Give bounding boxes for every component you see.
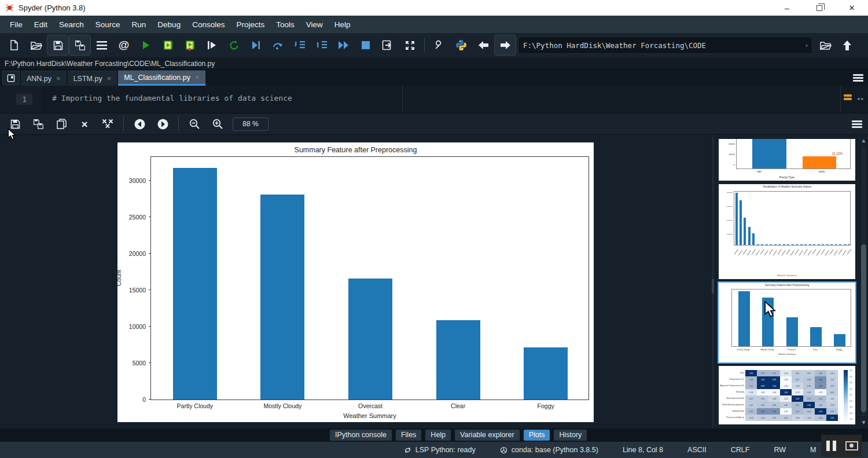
menu-item-help[interactable]: Help xyxy=(329,18,356,31)
tab-options-menu-icon[interactable] xyxy=(853,74,863,82)
rerun-cell-icon[interactable] xyxy=(223,35,244,55)
run-selection-icon[interactable] xyxy=(201,35,222,55)
thumbnail-weather-summary[interactable]: Visualization of Weather Summary feature… xyxy=(719,184,855,279)
close-icon[interactable]: × xyxy=(56,74,61,83)
mini-bar xyxy=(783,244,785,245)
menu-item-projects[interactable]: Projects xyxy=(231,18,270,31)
save-all-plots-icon[interactable] xyxy=(28,114,49,134)
zoom-in-icon[interactable] xyxy=(207,114,228,134)
debug-file-icon[interactable] xyxy=(245,35,266,55)
zoom-level-field[interactable]: 88 % xyxy=(233,118,269,131)
heatmap-cell: 0.01 xyxy=(745,402,757,408)
continue-execution-icon[interactable] xyxy=(333,35,354,55)
thumbnail-precip-type[interactable]: 11.12%20000100000rainsnowPrecip Type xyxy=(719,139,855,181)
step-into-icon[interactable] xyxy=(289,35,310,55)
file-switcher-icon[interactable] xyxy=(91,35,112,55)
open-file-icon[interactable] xyxy=(25,35,46,55)
mini-bar xyxy=(770,244,772,245)
heatmap-row-label: Time xyxy=(720,372,744,374)
editor-tab-ann-py[interactable]: ANN.py× xyxy=(21,71,67,86)
heatmap-cell: 0.03 xyxy=(768,402,780,408)
stop-debug-icon[interactable] xyxy=(355,35,376,55)
thumbnail-summary-preprocessed-selected[interactable]: Summary Feature after PreprocessingPartl… xyxy=(719,283,855,362)
browse-tabs-icon[interactable] xyxy=(2,71,20,85)
code-editor[interactable]: 1 # Importing the fundamental libraries … xyxy=(0,86,868,113)
parent-dir-icon[interactable] xyxy=(837,35,858,55)
menu-item-edit[interactable]: Edit xyxy=(29,18,53,31)
close-icon[interactable]: × xyxy=(195,73,200,82)
editor-tab-lstm-py[interactable]: LSTM.py× xyxy=(68,71,117,86)
menu-item-consoles[interactable]: Consoles xyxy=(187,18,230,31)
scrollbar-thumb[interactable] xyxy=(861,244,866,412)
previous-plot-icon[interactable] xyxy=(129,114,150,134)
heatmap-row-label: Wind Speed (km/h) xyxy=(720,397,744,400)
heatmap-cell: 0.00 xyxy=(826,383,838,389)
heatmap-cell: 0.00 xyxy=(768,415,780,421)
step-over-icon[interactable] xyxy=(267,35,288,55)
preferences-icon[interactable] xyxy=(429,35,450,55)
dock-tab-history[interactable]: History xyxy=(554,430,587,441)
scroll-up-icon[interactable]: ▲ xyxy=(860,137,867,144)
close-icon[interactable]: × xyxy=(107,74,112,83)
mini-bar xyxy=(744,218,746,245)
dock-tab-files[interactable]: Files xyxy=(396,430,421,441)
menu-item-search[interactable]: Search xyxy=(54,18,89,31)
next-plot-icon[interactable] xyxy=(152,114,173,134)
back-icon[interactable] xyxy=(473,35,494,55)
menu-item-view[interactable]: View xyxy=(301,18,328,31)
heatmap-cell: 0.10 xyxy=(792,408,803,415)
menu-item-tools[interactable]: Tools xyxy=(271,18,300,31)
save-file-icon[interactable] xyxy=(47,35,68,55)
new-file-icon[interactable] xyxy=(3,35,24,55)
heatmap-cell: -0.22 xyxy=(792,389,803,395)
heatmap-cell: -0.01 xyxy=(826,402,838,408)
dock-tab-ipython-console[interactable]: IPython console xyxy=(330,430,392,441)
mini-bar xyxy=(752,233,755,245)
bar-overcast xyxy=(348,279,392,400)
menu-item-file[interactable]: File xyxy=(5,18,28,31)
save-plot-icon[interactable] xyxy=(5,114,25,134)
heatmap-cell: 0.13 xyxy=(745,376,757,383)
chevron-down-icon[interactable]: ▾ xyxy=(805,42,808,49)
symbol-finder-icon[interactable]: @ xyxy=(113,35,134,55)
zoom-out-icon[interactable] xyxy=(184,114,205,134)
colorbar-tick: 0.4 xyxy=(849,388,852,390)
screenshot-icon[interactable] xyxy=(841,435,862,457)
minimize-button[interactable]: – xyxy=(771,0,803,16)
step-return-icon[interactable] xyxy=(311,35,332,55)
pause-recording-icon[interactable] xyxy=(821,435,841,457)
plots-options-menu-icon[interactable] xyxy=(852,120,862,128)
heatmap-cell: 0.13 xyxy=(757,370,768,376)
menu-item-run[interactable]: Run xyxy=(127,18,152,31)
scroll-down-icon[interactable]: ▼ xyxy=(860,419,867,426)
close-button[interactable]: × xyxy=(836,0,868,16)
dock-tab-plots[interactable]: Plots xyxy=(524,430,550,441)
menu-item-debug[interactable]: Debug xyxy=(152,18,186,31)
restore-button[interactable] xyxy=(803,0,836,16)
python-interpreter-icon[interactable] xyxy=(451,35,472,55)
run-cell-advance-icon[interactable] xyxy=(179,35,200,55)
run-cell-icon[interactable] xyxy=(157,35,178,55)
editor-split-icon[interactable]: ◂▸ xyxy=(856,94,865,102)
maximize-pane-icon[interactable] xyxy=(377,35,398,55)
bar-mostly-cloudy xyxy=(260,195,304,400)
line-number: 1 xyxy=(16,94,32,105)
fullscreen-icon[interactable] xyxy=(399,35,420,55)
spyder-window: Spyder (Python 3.8) – × FileEditSearchSo… xyxy=(0,0,868,458)
save-all-icon[interactable] xyxy=(69,35,90,55)
pane-splitter[interactable] xyxy=(712,135,713,428)
run-file-icon[interactable] xyxy=(135,35,156,55)
tab-label: ML_Classification.py xyxy=(124,74,190,82)
remove-plot-icon[interactable]: × xyxy=(74,114,95,134)
dock-tab-variable-explorer[interactable]: Variable explorer xyxy=(455,430,520,441)
dock-tab-help[interactable]: Help xyxy=(425,430,451,441)
thumbnail-scrollbar[interactable]: ▲ ▼ xyxy=(860,137,867,426)
menu-item-source[interactable]: Source xyxy=(90,18,126,31)
copy-plot-icon[interactable] xyxy=(51,114,72,134)
remove-all-plots-icon[interactable] xyxy=(97,114,118,134)
browse-working-dir-icon[interactable] xyxy=(815,35,836,55)
forward-icon[interactable] xyxy=(495,35,516,55)
thumbnail-correlation-heatmap[interactable]: 1.000.130.12-0.160.010.010.10-0.020.131.… xyxy=(719,366,855,424)
working-directory-input[interactable]: F:\Python HardDisk\Weather Forcasting\CO… xyxy=(519,38,811,53)
editor-tab-ml_classification-py[interactable]: ML_Classification.py× xyxy=(118,70,205,86)
